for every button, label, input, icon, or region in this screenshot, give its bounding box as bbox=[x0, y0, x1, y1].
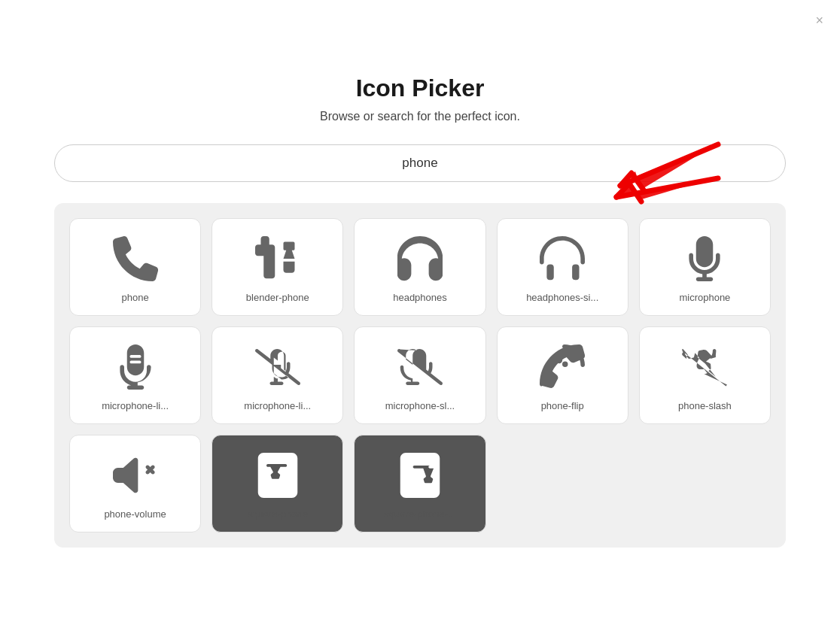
modal-subtitle: Browse or search for the perfect icon. bbox=[54, 110, 786, 123]
icon-item-headphones-simple[interactable]: headphones-si... bbox=[497, 218, 628, 316]
icon-picker-modal: Icon Picker Browse or search for the per… bbox=[21, 44, 819, 581]
icon-label: blender-phone bbox=[246, 292, 309, 303]
icon-item-phone-volume[interactable]: phone-volume bbox=[69, 435, 201, 532]
icon-label: phone-volume bbox=[104, 508, 166, 520]
close-button[interactable]: × bbox=[815, 14, 823, 27]
icon-label: microphone-sl... bbox=[385, 400, 455, 411]
icon-item-phone-slash[interactable]: phone-slash bbox=[639, 326, 771, 424]
icon-label: phone-flip bbox=[541, 400, 584, 411]
icon-label: microphone bbox=[679, 292, 730, 303]
icon-item-microphone[interactable]: microphone bbox=[639, 218, 771, 316]
icon-grid-wrapper: phoneblender-phoneheadphonesheadphones-s… bbox=[54, 203, 786, 548]
icon-item-microphone-lines[interactable]: microphone-li... bbox=[69, 326, 201, 424]
icon-label: microphone-li... bbox=[102, 400, 169, 411]
icon-item-phone[interactable]: phone bbox=[69, 218, 201, 316]
search-input[interactable] bbox=[54, 144, 786, 182]
icon-item-phone-flip[interactable]: phone-flip bbox=[497, 326, 628, 424]
modal-title: Icon Picker bbox=[54, 74, 786, 102]
icon-item-blender-phone[interactable]: blender-phone bbox=[212, 218, 343, 316]
icon-label: square-phone bbox=[248, 508, 308, 520]
icon-label: headphones-si... bbox=[526, 292, 598, 303]
icon-item-headphones[interactable]: headphones bbox=[354, 218, 485, 316]
icon-item-microphone-lines-slash[interactable]: microphone-li... bbox=[212, 326, 343, 424]
icon-label: headphones bbox=[393, 292, 447, 303]
icon-item-square-phone-flip[interactable]: square-phone-... bbox=[354, 435, 485, 532]
icon-item-square-phone[interactable]: square-phone bbox=[212, 435, 343, 532]
icon-label: microphone-li... bbox=[244, 400, 311, 411]
icon-label: square-phone-... bbox=[384, 508, 455, 520]
icon-label: phone-slash bbox=[678, 400, 732, 411]
icon-grid: phoneblender-phoneheadphonesheadphones-s… bbox=[69, 218, 771, 532]
search-container bbox=[54, 144, 786, 182]
icon-item-microphone-slash[interactable]: microphone-sl... bbox=[354, 326, 485, 424]
icon-label: phone bbox=[122, 292, 149, 303]
